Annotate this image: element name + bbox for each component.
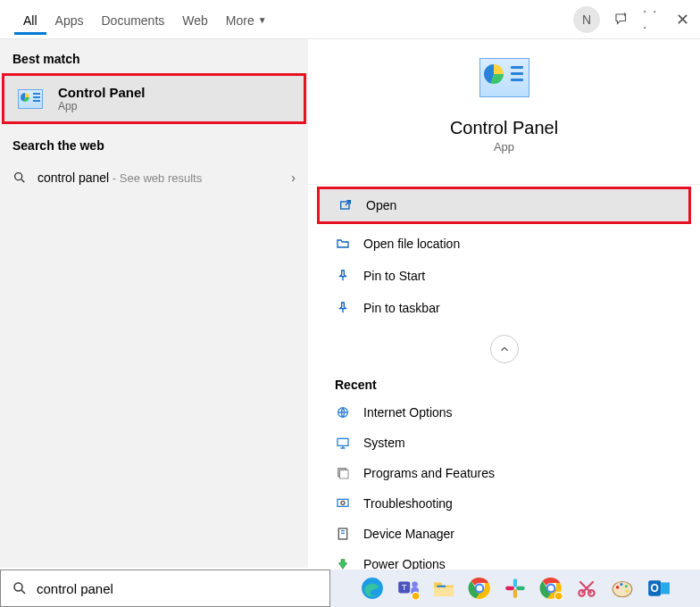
action-pin-to-taskbar[interactable]: Pin to taskbar bbox=[308, 292, 700, 324]
web-query-label: control panel bbox=[38, 170, 109, 185]
svg-rect-21 bbox=[513, 578, 517, 587]
result-subtitle: App bbox=[58, 100, 146, 112]
troubleshooting-icon bbox=[335, 495, 351, 511]
details-subtitle: App bbox=[308, 140, 700, 154]
result-title: Control Panel bbox=[58, 85, 146, 100]
tab-web[interactable]: Web bbox=[173, 4, 217, 35]
svg-point-34 bbox=[625, 585, 628, 587]
svg-text:T: T bbox=[402, 582, 407, 592]
svg-rect-6 bbox=[338, 499, 348, 506]
tab-more-label: More bbox=[226, 13, 254, 28]
svg-point-13 bbox=[412, 581, 418, 587]
svg-point-20 bbox=[477, 586, 483, 592]
taskbar: T O bbox=[330, 570, 700, 607]
recent-programs-features[interactable]: Programs and Features bbox=[308, 458, 700, 488]
taskbar-paint-icon[interactable] bbox=[609, 575, 636, 602]
recent-device-manager-label: Device Manager bbox=[363, 527, 454, 541]
svg-point-32 bbox=[616, 586, 619, 588]
details-pane: Control Panel App Open Open file locatio… bbox=[308, 39, 700, 568]
details-title: Control Panel bbox=[308, 118, 700, 138]
svg-rect-22 bbox=[516, 586, 525, 590]
results-pane: Best match Control Panel App Search the … bbox=[0, 39, 308, 568]
web-query-hint: - See web results bbox=[109, 171, 202, 185]
svg-point-35 bbox=[626, 590, 629, 593]
taskbar-snip-icon[interactable] bbox=[573, 575, 600, 602]
recent-heading: Recent bbox=[308, 363, 700, 397]
chevron-down-icon: ▼ bbox=[258, 15, 267, 25]
recent-internet-options-label: Internet Options bbox=[363, 405, 453, 420]
header-actions: N · · · ✕ bbox=[573, 0, 691, 39]
action-open-label: Open bbox=[366, 198, 396, 212]
collapse-button[interactable] bbox=[490, 335, 519, 363]
pin-icon bbox=[335, 301, 351, 315]
actions-list: Open Open file location Pin to Start Pin… bbox=[308, 184, 700, 324]
search-icon bbox=[12, 170, 27, 185]
close-icon[interactable]: ✕ bbox=[673, 11, 691, 29]
svg-text:O: O bbox=[651, 582, 659, 595]
chevron-right-icon: › bbox=[291, 170, 296, 185]
main-panel: Best match Control Panel App Search the … bbox=[0, 39, 700, 568]
taskbar-file-explorer-icon[interactable] bbox=[430, 575, 457, 602]
taskbar-slack-icon[interactable] bbox=[502, 575, 529, 602]
svg-rect-23 bbox=[513, 589, 517, 598]
svg-point-7 bbox=[341, 501, 345, 504]
best-match-heading: Best match bbox=[0, 48, 308, 73]
feedback-icon[interactable] bbox=[612, 11, 630, 29]
svg-point-9 bbox=[14, 583, 22, 591]
svg-point-33 bbox=[620, 583, 622, 586]
web-query-text: control panel - See web results bbox=[38, 170, 202, 185]
recent-device-manager[interactable]: Device Manager bbox=[308, 519, 700, 549]
svg-rect-16 bbox=[434, 587, 454, 596]
svg-point-15 bbox=[412, 592, 420, 600]
folder-icon bbox=[335, 237, 351, 251]
action-pin-to-start-label: Pin to Start bbox=[363, 269, 425, 283]
search-input[interactable] bbox=[37, 581, 319, 596]
svg-rect-3 bbox=[338, 438, 348, 445]
details-app-icon bbox=[479, 57, 530, 98]
recent-system[interactable]: System bbox=[308, 428, 700, 458]
taskbar-edge-icon[interactable] bbox=[359, 575, 386, 602]
tab-more[interactable]: More ▼ bbox=[217, 4, 276, 35]
recent-troubleshooting-label: Troubleshooting bbox=[363, 496, 453, 511]
svg-rect-5 bbox=[340, 470, 348, 478]
device-manager-icon bbox=[335, 526, 351, 542]
taskbar-outlook-icon[interactable]: O bbox=[645, 575, 671, 602]
user-avatar[interactable]: N bbox=[573, 6, 600, 33]
control-panel-icon bbox=[17, 86, 44, 112]
internet-options-icon bbox=[335, 404, 351, 420]
search-icon bbox=[12, 580, 28, 596]
action-pin-to-start[interactable]: Pin to Start bbox=[308, 260, 700, 292]
recent-programs-features-label: Programs and Features bbox=[363, 466, 495, 480]
svg-point-0 bbox=[15, 173, 22, 180]
search-web-heading: Search the web bbox=[0, 135, 308, 160]
web-result-row[interactable]: control panel - See web results › bbox=[0, 160, 308, 195]
svg-rect-38 bbox=[661, 583, 670, 595]
taskbar-teams-icon[interactable]: T bbox=[395, 575, 421, 602]
search-bar[interactable] bbox=[0, 570, 330, 607]
action-pin-to-taskbar-label: Pin to taskbar bbox=[363, 301, 440, 315]
taskbar-chrome-icon[interactable] bbox=[466, 575, 493, 602]
result-text: Control Panel App bbox=[58, 85, 146, 112]
recent-system-label: System bbox=[363, 436, 405, 450]
taskbar-chrome-canary-icon[interactable] bbox=[538, 575, 564, 602]
result-control-panel[interactable]: Control Panel App bbox=[2, 73, 306, 124]
programs-icon bbox=[335, 465, 351, 481]
recent-internet-options[interactable]: Internet Options bbox=[308, 397, 700, 428]
action-open-file-location[interactable]: Open file location bbox=[308, 228, 700, 260]
recent-troubleshooting[interactable]: Troubleshooting bbox=[308, 488, 700, 519]
system-icon bbox=[335, 435, 351, 451]
open-icon bbox=[338, 198, 354, 212]
svg-point-27 bbox=[548, 586, 554, 592]
svg-point-28 bbox=[554, 592, 562, 600]
tab-apps[interactable]: Apps bbox=[46, 4, 93, 35]
tab-all[interactable]: All bbox=[14, 4, 46, 35]
action-open-file-location-label: Open file location bbox=[363, 237, 460, 251]
svg-rect-17 bbox=[437, 586, 446, 587]
action-open[interactable]: Open bbox=[317, 187, 691, 224]
svg-rect-24 bbox=[505, 586, 514, 590]
more-options-icon[interactable]: · · · bbox=[643, 11, 661, 29]
tab-documents[interactable]: Documents bbox=[92, 4, 173, 35]
pin-icon bbox=[335, 269, 351, 283]
